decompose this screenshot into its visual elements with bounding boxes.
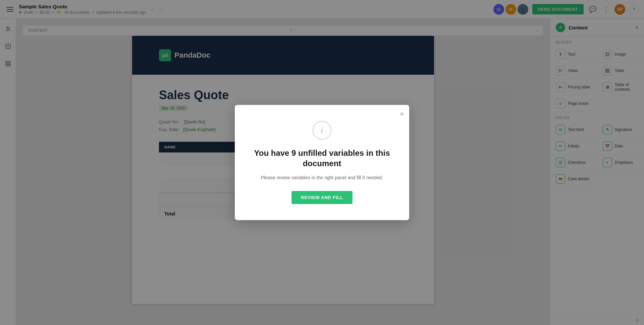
modal-title: You have 9 unfilled variables in this do… [254, 148, 390, 169]
modal-close-button[interactable]: × [400, 110, 404, 118]
info-icon-symbol: i [321, 126, 323, 135]
modal-description: Please review variables in the right pan… [254, 174, 390, 181]
modal-dialog: × i You have 9 unfilled variables in thi… [235, 105, 409, 220]
review-and-fill-button[interactable]: REVIEW AND FILL [291, 191, 353, 204]
modal-info-icon: i [313, 121, 331, 140]
modal-overlay[interactable]: × i You have 9 unfilled variables in thi… [0, 0, 644, 325]
